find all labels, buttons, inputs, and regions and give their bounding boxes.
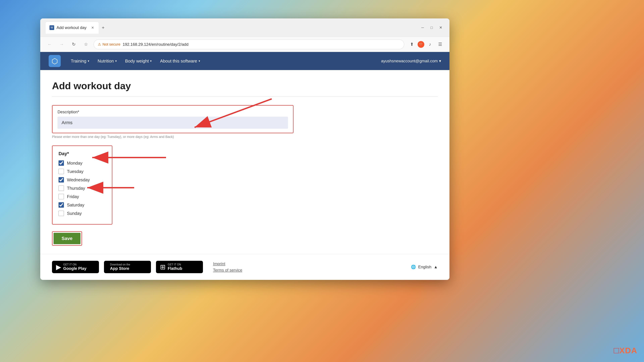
app-store-main: App Store — [110, 266, 130, 271]
app-logo[interactable]: ⬡ — [49, 55, 61, 67]
training-dropdown-icon: ▾ — [88, 59, 89, 63]
friday-item: Friday — [58, 194, 106, 199]
maximize-button[interactable]: □ — [428, 24, 435, 31]
tab-favicon: W — [50, 25, 54, 30]
wednesday-item: Wednesday — [58, 177, 106, 183]
browser-window: W Add workout day ✕ + ─ □ ✕ ← → ↻ ☆ ⚠ No… — [40, 18, 450, 280]
globe-icon: 🌐 — [411, 265, 416, 269]
back-button[interactable]: ← — [45, 40, 54, 49]
refresh-button[interactable]: ↻ — [70, 40, 78, 49]
description-input[interactable] — [58, 117, 288, 129]
wednesday-label: Wednesday — [67, 177, 90, 183]
app-store-text: Download on the App Store — [110, 263, 130, 271]
window-controls: ─ □ ✕ — [419, 24, 444, 31]
google-play-sub: GET IT ON — [63, 263, 86, 266]
address-bar: ← → ↻ ☆ ⚠ Not secure 192.168.29.124/en/r… — [40, 37, 450, 52]
tuesday-label: Tuesday — [67, 169, 84, 174]
monday-item: Monday — [58, 160, 106, 166]
nutrition-menu[interactable]: Nutrition ▾ — [94, 56, 120, 66]
app-store-sub: Download on the — [110, 263, 130, 266]
saturday-checkbox[interactable] — [58, 202, 64, 208]
nutrition-label: Nutrition — [98, 58, 114, 64]
tuesday-checkbox[interactable] — [58, 169, 64, 174]
friday-label: Friday — [67, 194, 79, 199]
title-bar: W Add workout day ✕ + ─ □ ✕ — [40, 18, 450, 37]
browser-actions: ⬆ 🛡 ♪ ☰ — [408, 40, 444, 49]
flathub-badge[interactable]: ⊞ GET IT ON Flathub — [156, 261, 203, 273]
thursday-item: Thursday — [58, 186, 106, 191]
language-selector[interactable]: 🌐 English ▲ — [411, 265, 438, 269]
title-divider — [52, 96, 438, 97]
thursday-checkbox[interactable] — [58, 186, 64, 191]
day-label: Day* — [58, 151, 106, 156]
logo-icon: ⬡ — [52, 57, 58, 65]
page-footer: ▶ GET IT ON Google Play Download on the … — [40, 254, 450, 280]
flathub-sub: GET IT ON — [168, 263, 182, 266]
language-arrow: ▲ — [434, 265, 438, 269]
nutrition-dropdown-icon: ▾ — [115, 59, 117, 63]
nav-menu: Training ▾ Nutrition ▾ Body weight ▾ Abo… — [68, 56, 204, 66]
user-menu[interactable]: ayushsnewaccount@gmail.com ▾ — [381, 59, 441, 63]
training-label: Training — [71, 58, 86, 64]
about-dropdown-icon: ▾ — [198, 59, 200, 63]
url-bar[interactable]: ⚠ Not secure 192.168.29.124/en/routine/d… — [94, 39, 404, 49]
monday-checkbox[interactable] — [58, 160, 64, 166]
flathub-main: Flathub — [168, 266, 182, 271]
music-button[interactable]: ♪ — [426, 40, 434, 49]
forward-button[interactable]: → — [57, 40, 66, 49]
minimize-button[interactable]: ─ — [419, 24, 426, 31]
google-play-icon: ▶ — [56, 263, 61, 271]
sunday-checkbox[interactable] — [58, 211, 64, 216]
saturday-item: Saturday — [58, 202, 106, 208]
warning-icon: ⚠ — [98, 42, 101, 46]
saturday-label: Saturday — [67, 202, 84, 208]
url-text: 192.168.29.124/en/routine/day/2/add — [122, 42, 188, 47]
tab-bar: W Add workout day ✕ + — [45, 22, 229, 34]
brave-shield-button[interactable]: 🛡 — [418, 41, 424, 48]
bookmark-button[interactable]: ☆ — [82, 40, 90, 49]
tab-favicon-icon: W — [50, 26, 53, 29]
about-menu[interactable]: About this software ▾ — [157, 56, 203, 66]
description-hint: Please enter more than one day (eg: Tues… — [52, 135, 294, 139]
user-email: ayushsnewaccount@gmail.com — [381, 59, 438, 63]
app-navbar: ⬡ Training ▾ Nutrition ▾ Body weight ▾ A… — [40, 52, 450, 70]
page-title: Add workout day — [52, 80, 438, 91]
day-section: Day* Monday Tuesday Wednesday Thursday — [52, 145, 112, 225]
about-label: About this software — [160, 58, 197, 64]
wednesday-checkbox[interactable] — [58, 177, 64, 183]
body-weight-menu[interactable]: Body weight ▾ — [122, 56, 155, 66]
terms-link[interactable]: Terms of service — [213, 268, 242, 273]
share-button[interactable]: ⬆ — [408, 40, 416, 49]
imprint-link[interactable]: Imprint — [213, 261, 242, 266]
flathub-text: GET IT ON Flathub — [168, 263, 182, 271]
shield-icon: 🛡 — [420, 42, 422, 46]
page-content: Add workout day Description* Please ente… — [40, 70, 450, 254]
google-play-badge[interactable]: ▶ GET IT ON Google Play — [52, 261, 99, 273]
training-menu[interactable]: Training ▾ — [68, 56, 92, 66]
body-weight-dropdown-icon: ▾ — [150, 59, 152, 63]
description-label: Description* — [58, 110, 288, 114]
menu-button[interactable]: ☰ — [436, 40, 444, 49]
sunday-item: Sunday — [58, 211, 106, 216]
thursday-label: Thursday — [67, 186, 85, 191]
save-button[interactable]: Save — [54, 233, 80, 244]
close-button[interactable]: ✕ — [437, 24, 444, 31]
monday-label: Monday — [67, 161, 82, 166]
new-tab-button[interactable]: + — [99, 23, 107, 32]
sunday-label: Sunday — [67, 211, 82, 216]
body-weight-label: Body weight — [125, 58, 149, 64]
app-store-badge[interactable]: Download on the App Store — [104, 261, 151, 273]
tuesday-item: Tuesday — [58, 169, 106, 174]
friday-checkbox[interactable] — [58, 194, 64, 199]
google-play-main: Google Play — [63, 266, 86, 271]
security-indicator: ⚠ Not secure — [98, 42, 120, 46]
google-play-text: GET IT ON Google Play — [63, 263, 86, 271]
description-field-container: Description* — [52, 105, 294, 133]
security-text: Not secure — [102, 42, 120, 46]
xda-watermark: □XDA — [614, 345, 637, 355]
save-button-container: Save — [52, 231, 82, 246]
flathub-icon: ⊞ — [160, 263, 166, 271]
active-tab[interactable]: W Add workout day ✕ — [45, 22, 99, 34]
footer-links: Imprint Terms of service — [213, 261, 242, 273]
tab-close-button[interactable]: ✕ — [90, 25, 95, 30]
